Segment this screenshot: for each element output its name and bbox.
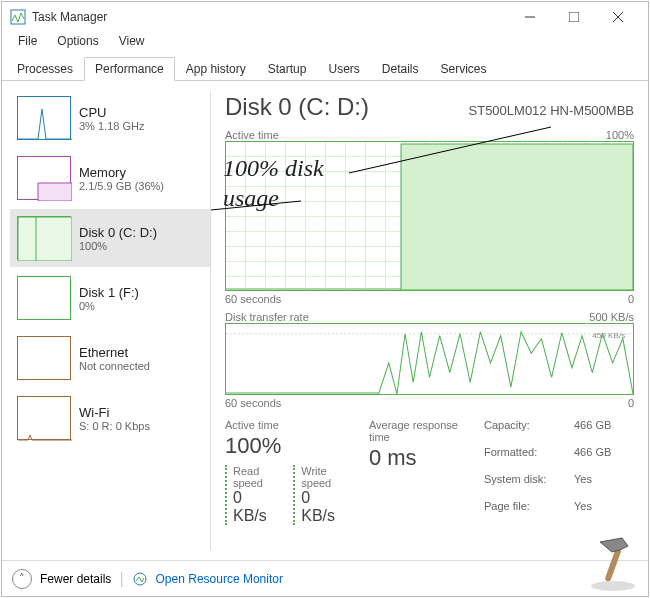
tab-startup[interactable]: Startup [257, 57, 318, 81]
svg-point-15 [591, 581, 635, 591]
disk-properties: Capacity:466 GB Formatted:466 GB System … [484, 419, 634, 525]
write-speed-value: 0 KB/s [301, 489, 347, 525]
capacity-val: 466 GB [574, 419, 634, 444]
ethernet-thumb-icon [17, 336, 71, 380]
cpu-thumb-icon [17, 96, 71, 140]
graph2-mark: 450 KB/s [592, 331, 625, 340]
disk-model: ST500LM012 HN-M500MBB [469, 103, 634, 118]
annotation-line1: 100% disk [223, 155, 324, 182]
titlebar[interactable]: Task Manager [2, 2, 648, 32]
ethernet-sub: Not connected [79, 360, 150, 372]
menu-file[interactable]: File [8, 32, 47, 54]
svg-rect-6 [18, 217, 72, 261]
sidebar-item-memory[interactable]: Memory2.1/5.9 GB (36%) [10, 149, 210, 207]
sidebar-item-ethernet[interactable]: EthernetNot connected [10, 329, 210, 387]
resp-time-label: Average response time [369, 419, 462, 443]
disk0-thumb-icon [17, 216, 71, 260]
page-title: Disk 0 (C: D:) [225, 93, 369, 121]
svg-rect-16 [604, 548, 621, 582]
memory-sub: 2.1/5.9 GB (36%) [79, 180, 164, 192]
disk1-sub: 0% [79, 300, 139, 312]
sidebar-item-wifi[interactable]: Wi-FiS: 0 R: 0 Kbps [10, 389, 210, 447]
sidebar-item-cpu[interactable]: CPU3% 1.18 GHz [10, 89, 210, 147]
menu-view[interactable]: View [109, 32, 155, 54]
wifi-thumb-icon [17, 396, 71, 440]
pagefile-key: Page file: [484, 500, 574, 525]
annotation-line2: usage [223, 185, 279, 212]
graph2-xright: 0 [628, 397, 634, 409]
disk0-sub: 100% [79, 240, 157, 252]
tab-bar: Processes Performance App history Startu… [2, 56, 648, 81]
formatted-val: 466 GB [574, 446, 634, 471]
wifi-label: Wi-Fi [79, 405, 150, 420]
menubar: File Options View [2, 32, 648, 54]
disk1-thumb-icon [17, 276, 71, 320]
resource-monitor-icon [132, 571, 148, 587]
tab-performance[interactable]: Performance [84, 57, 175, 81]
tab-services[interactable]: Services [430, 57, 498, 81]
stats-row: Active time 100% Read speed 0 KB/s Write… [225, 419, 634, 525]
write-speed-label: Write speed [301, 465, 347, 489]
pagefile-val: Yes [574, 500, 634, 525]
memory-label: Memory [79, 165, 164, 180]
graph1-xright: 0 [628, 293, 634, 305]
performance-sidebar: CPU3% 1.18 GHz Memory2.1/5.9 GB (36%) Di… [2, 81, 210, 560]
active-time-label: Active time [225, 419, 347, 431]
tab-processes[interactable]: Processes [6, 57, 84, 81]
active-time-value: 100% [225, 433, 347, 459]
chevron-up-icon[interactable]: ˄ [12, 569, 32, 589]
tab-users[interactable]: Users [317, 57, 370, 81]
cpu-sub: 3% 1.18 GHz [79, 120, 144, 132]
memory-thumb-icon [17, 156, 71, 200]
graph1-label: Active time [225, 129, 279, 141]
body: CPU3% 1.18 GHz Memory2.1/5.9 GB (36%) Di… [2, 81, 648, 560]
graph2-label: Disk transfer rate [225, 311, 309, 323]
ethernet-label: Ethernet [79, 345, 150, 360]
wifi-sub: S: 0 R: 0 Kbps [79, 420, 150, 432]
sysdisk-val: Yes [574, 473, 634, 498]
main-panel: Disk 0 (C: D:) ST500LM012 HN-M500MBB Act… [211, 81, 648, 560]
app-icon [10, 9, 26, 25]
open-resource-monitor-link[interactable]: Open Resource Monitor [156, 572, 283, 586]
task-manager-window: Task Manager File Options View Processes… [1, 1, 649, 597]
minimize-button[interactable] [508, 3, 552, 31]
svg-rect-5 [38, 183, 72, 201]
formatted-key: Formatted: [484, 446, 574, 471]
menu-options[interactable]: Options [47, 32, 108, 54]
graph1-xleft: 60 seconds [225, 293, 281, 305]
svg-rect-2 [569, 12, 579, 22]
maximize-button[interactable] [552, 3, 596, 31]
read-speed-label: Read speed [233, 465, 279, 489]
read-speed-value: 0 KB/s [233, 489, 279, 525]
disk1-label: Disk 1 (F:) [79, 285, 139, 300]
tab-app-history[interactable]: App history [175, 57, 257, 81]
sysdisk-key: System disk: [484, 473, 574, 498]
cpu-label: CPU [79, 105, 144, 120]
fewer-details-link[interactable]: Fewer details [40, 572, 111, 586]
resp-time-value: 0 ms [369, 445, 462, 471]
disk0-label: Disk 0 (C: D:) [79, 225, 157, 240]
transfer-rate-graph: 450 KB/s [225, 323, 634, 395]
capacity-key: Capacity: [484, 419, 574, 444]
footer-bar: ˄ Fewer details | Open Resource Monitor [2, 560, 648, 596]
graph1-max: 100% [606, 129, 634, 141]
tab-details[interactable]: Details [371, 57, 430, 81]
graph2-max: 500 KB/s [589, 311, 634, 323]
hammer-watermark-icon [582, 530, 644, 592]
graph2-xleft: 60 seconds [225, 397, 281, 409]
sidebar-item-disk1[interactable]: Disk 1 (F:)0% [10, 269, 210, 327]
window-title: Task Manager [32, 10, 508, 24]
close-button[interactable] [596, 3, 640, 31]
sidebar-item-disk0[interactable]: Disk 0 (C: D:)100% [10, 209, 210, 267]
